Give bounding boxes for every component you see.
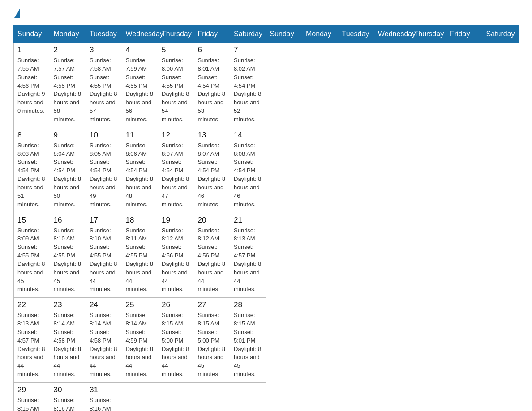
calendar-day-cell: 1 Sunrise: 7:55 AMSunset: 4:56 PMDayligh… (14, 43, 50, 128)
day-info: Sunrise: 8:12 AMSunset: 4:56 PMDaylight:… (162, 227, 190, 294)
day-number: 10 (90, 131, 118, 140)
page-header (13, 9, 519, 16)
day-number: 29 (17, 385, 46, 394)
calendar-day-cell: 12 Sunrise: 8:07 AMSunset: 4:54 PMDaylig… (158, 128, 194, 213)
calendar-day-cell: 13 Sunrise: 8:07 AMSunset: 4:54 PMDaylig… (194, 128, 230, 213)
weekday-header: Wednesday (374, 26, 411, 43)
day-number: 25 (126, 300, 154, 309)
day-info: Sunrise: 8:11 AMSunset: 4:55 PMDaylight:… (126, 227, 154, 294)
day-of-week-header: Friday (194, 26, 230, 43)
day-number: 17 (90, 216, 118, 225)
day-number: 16 (54, 216, 82, 225)
day-number: 9 (54, 131, 82, 140)
day-number: 15 (17, 216, 46, 225)
day-info: Sunrise: 8:09 AMSunset: 4:55 PMDaylight:… (17, 227, 46, 294)
calendar-day-cell: 26 Sunrise: 8:15 AMSunset: 5:00 PMDaylig… (158, 298, 194, 383)
day-number: 20 (198, 216, 227, 225)
day-of-week-header: Thursday (158, 26, 194, 43)
day-of-week-header: Saturday (230, 26, 266, 43)
day-info: Sunrise: 8:15 AMSunset: 5:02 PMDaylight:… (17, 396, 46, 411)
day-number: 8 (17, 131, 46, 140)
day-info: Sunrise: 8:16 AMSunset: 5:03 PMDaylight:… (54, 396, 82, 411)
day-info: Sunrise: 7:58 AMSunset: 4:55 PMDaylight:… (90, 56, 118, 124)
day-info: Sunrise: 8:15 AMSunset: 5:01 PMDaylight:… (234, 311, 262, 379)
calendar-day-cell: 11 Sunrise: 8:06 AMSunset: 4:54 PMDaylig… (122, 128, 158, 213)
day-number: 11 (126, 131, 154, 140)
day-number: 1 (17, 46, 46, 55)
day-info: Sunrise: 8:05 AMSunset: 4:54 PMDaylight:… (90, 141, 118, 209)
day-info: Sunrise: 8:10 AMSunset: 4:55 PMDaylight:… (90, 227, 118, 294)
calendar-day-cell: 27 Sunrise: 8:15 AMSunset: 5:00 PMDaylig… (194, 298, 230, 383)
day-number: 23 (54, 300, 82, 309)
day-info: Sunrise: 8:16 AMSunset: 5:03 PMDaylight:… (90, 396, 118, 411)
calendar-week-row: 1 Sunrise: 7:55 AMSunset: 4:56 PMDayligh… (14, 43, 519, 128)
logo-triangle-icon (14, 9, 20, 18)
day-number: 26 (162, 300, 190, 309)
calendar-day-cell (158, 383, 194, 411)
calendar-day-cell: 16 Sunrise: 8:10 AMSunset: 4:55 PMDaylig… (50, 213, 86, 298)
day-number: 12 (162, 131, 190, 140)
calendar-day-cell: 19 Sunrise: 8:12 AMSunset: 4:56 PMDaylig… (158, 213, 194, 298)
day-info: Sunrise: 8:01 AMSunset: 4:54 PMDaylight:… (198, 56, 227, 124)
calendar-table: SundayMondayTuesdayWednesdayThursdayFrid… (13, 25, 519, 411)
day-number: 18 (126, 216, 154, 225)
day-number: 2 (54, 46, 82, 55)
calendar-day-cell: 5 Sunrise: 8:00 AMSunset: 4:55 PMDayligh… (158, 43, 194, 128)
calendar-day-cell: 4 Sunrise: 7:59 AMSunset: 4:55 PMDayligh… (122, 43, 158, 128)
day-info: Sunrise: 8:14 AMSunset: 4:59 PMDaylight:… (126, 311, 154, 379)
day-number: 27 (198, 300, 227, 309)
calendar-day-cell: 31 Sunrise: 8:16 AMSunset: 5:03 PMDaylig… (86, 383, 122, 411)
calendar-day-cell: 18 Sunrise: 8:11 AMSunset: 4:55 PMDaylig… (122, 213, 158, 298)
day-info: Sunrise: 7:57 AMSunset: 4:55 PMDaylight:… (54, 56, 82, 124)
weekday-header: Monday (302, 26, 339, 43)
day-info: Sunrise: 8:00 AMSunset: 4:55 PMDaylight:… (162, 56, 190, 124)
calendar-week-row: 29 Sunrise: 8:15 AMSunset: 5:02 PMDaylig… (14, 383, 519, 411)
day-info: Sunrise: 8:04 AMSunset: 4:54 PMDaylight:… (54, 141, 82, 209)
day-info: Sunrise: 7:55 AMSunset: 4:56 PMDaylight:… (17, 56, 46, 116)
calendar-day-cell: 21 Sunrise: 8:13 AMSunset: 4:57 PMDaylig… (230, 213, 266, 298)
calendar-day-cell: 15 Sunrise: 8:09 AMSunset: 4:55 PMDaylig… (14, 213, 50, 298)
day-number: 31 (90, 385, 118, 394)
calendar-day-cell: 23 Sunrise: 8:14 AMSunset: 4:58 PMDaylig… (50, 298, 86, 383)
calendar-day-cell: 9 Sunrise: 8:04 AMSunset: 4:54 PMDayligh… (50, 128, 86, 213)
day-info: Sunrise: 7:59 AMSunset: 4:55 PMDaylight:… (126, 56, 154, 124)
day-info: Sunrise: 8:15 AMSunset: 5:00 PMDaylight:… (198, 311, 227, 379)
calendar-week-row: 22 Sunrise: 8:13 AMSunset: 4:57 PMDaylig… (14, 298, 519, 383)
calendar-header-row: SundayMondayTuesdayWednesdayThursdayFrid… (14, 26, 519, 43)
calendar-week-row: 8 Sunrise: 8:03 AMSunset: 4:54 PMDayligh… (14, 128, 519, 213)
weekday-header: Friday (446, 26, 483, 43)
day-number: 30 (54, 385, 82, 394)
weekday-header: Saturday (482, 26, 519, 43)
day-number: 13 (198, 131, 227, 140)
calendar-day-cell: 10 Sunrise: 8:05 AMSunset: 4:54 PMDaylig… (86, 128, 122, 213)
calendar-day-cell (230, 383, 266, 411)
calendar-week-row: 15 Sunrise: 8:09 AMSunset: 4:55 PMDaylig… (14, 213, 519, 298)
day-number: 6 (198, 46, 227, 55)
weekday-header: Sunday (266, 26, 302, 43)
day-info: Sunrise: 8:13 AMSunset: 4:57 PMDaylight:… (234, 227, 262, 294)
day-number: 28 (234, 300, 262, 309)
day-number: 21 (234, 216, 262, 225)
calendar-day-cell: 20 Sunrise: 8:12 AMSunset: 4:56 PMDaylig… (194, 213, 230, 298)
day-number: 7 (234, 46, 262, 55)
calendar-day-cell: 7 Sunrise: 8:02 AMSunset: 4:54 PMDayligh… (230, 43, 266, 128)
day-info: Sunrise: 8:07 AMSunset: 4:54 PMDaylight:… (198, 141, 227, 209)
day-number: 3 (90, 46, 118, 55)
day-info: Sunrise: 8:14 AMSunset: 4:58 PMDaylight:… (90, 311, 118, 379)
day-info: Sunrise: 8:13 AMSunset: 4:57 PMDaylight:… (17, 311, 46, 379)
day-number: 19 (162, 216, 190, 225)
day-info: Sunrise: 8:12 AMSunset: 4:56 PMDaylight:… (198, 227, 227, 294)
day-info: Sunrise: 8:15 AMSunset: 5:00 PMDaylight:… (162, 311, 190, 379)
day-info: Sunrise: 8:03 AMSunset: 4:54 PMDaylight:… (17, 141, 46, 209)
weekday-header: Thursday (410, 26, 446, 43)
day-number: 22 (17, 300, 46, 309)
day-of-week-header: Wednesday (122, 26, 158, 43)
day-info: Sunrise: 8:08 AMSunset: 4:54 PMDaylight:… (234, 141, 262, 209)
day-number: 14 (234, 131, 262, 140)
calendar-day-cell: 29 Sunrise: 8:15 AMSunset: 5:02 PMDaylig… (14, 383, 50, 411)
day-of-week-header: Tuesday (86, 26, 122, 43)
calendar-day-cell: 24 Sunrise: 8:14 AMSunset: 4:58 PMDaylig… (86, 298, 122, 383)
calendar-day-cell: 2 Sunrise: 7:57 AMSunset: 4:55 PMDayligh… (50, 43, 86, 128)
calendar-day-cell: 25 Sunrise: 8:14 AMSunset: 4:59 PMDaylig… (122, 298, 158, 383)
calendar-day-cell: 6 Sunrise: 8:01 AMSunset: 4:54 PMDayligh… (194, 43, 230, 128)
